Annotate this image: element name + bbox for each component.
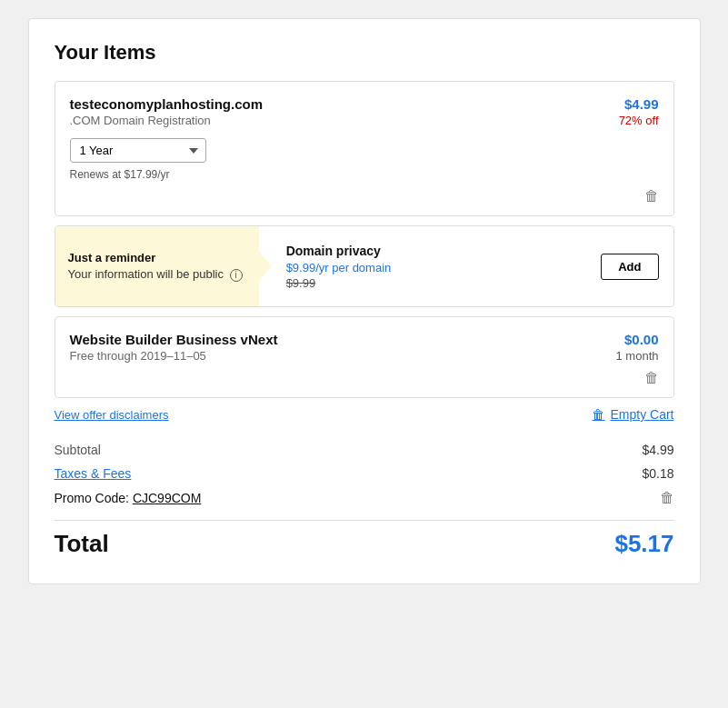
wb-name: Website Builder Business vNext — [70, 332, 278, 347]
domain-price-col: $4.99 72% off — [619, 96, 659, 127]
promo-delete-icon[interactable]: 🗑 — [660, 490, 674, 506]
wb-info: Website Builder Business vNext Free thro… — [70, 332, 278, 363]
wb-price-col: $0.00 1 month — [616, 332, 659, 363]
wb-duration: 1 month — [616, 349, 659, 363]
reminder-box: Just a reminder Your information will be… — [55, 226, 259, 306]
renews-text: Renews at $17.99/yr — [70, 168, 659, 181]
domain-discount: 72% off — [619, 114, 659, 127]
add-privacy-button[interactable]: Add — [601, 254, 658, 280]
promo-row: Promo Code: CJC99COM 🗑 — [55, 485, 674, 511]
website-builder-card: Website Builder Business vNext Free thro… — [55, 316, 674, 398]
wb-delete-row: 🗑 — [70, 370, 659, 386]
promo-code: CJC99COM — [133, 491, 201, 505]
domain-type: .COM Domain Registration — [70, 114, 264, 127]
empty-cart-label: Empty Cart — [610, 407, 673, 422]
subtotal-value: $4.99 — [642, 443, 673, 457]
domain-name: testeconomyplanhosting.com — [70, 96, 264, 112]
privacy-title: Domain privacy — [286, 244, 392, 258]
total-divider — [55, 520, 674, 521]
cart-container: Your Items testeconomyplanhosting.com .C… — [28, 18, 701, 584]
taxes-fees-link[interactable]: Taxes & Fees — [55, 466, 132, 481]
domain-card: testeconomyplanhosting.com .COM Domain R… — [55, 81, 674, 216]
promo-label: Promo Code: CJC99COM — [55, 491, 202, 505]
privacy-info: Domain privacy $9.99/yr per domain $9.99 — [286, 244, 392, 290]
subtotal-row: Subtotal $4.99 — [55, 438, 674, 462]
domain-info: testeconomyplanhosting.com .COM Domain R… — [70, 96, 264, 127]
wb-sub: Free through 2019–11–05 — [70, 349, 278, 363]
wb-price: $0.00 — [616, 332, 659, 347]
total-row: Total $5.17 — [55, 530, 674, 558]
privacy-section: Domain privacy $9.99/yr per domain $9.99… — [259, 226, 673, 306]
domain-price: $4.99 — [619, 96, 659, 112]
reminder-title: Just a reminder — [68, 251, 243, 264]
page-title: Your Items — [55, 41, 674, 65]
empty-cart-trash-icon: 🗑 — [592, 407, 604, 422]
wb-card-header: Website Builder Business vNext Free thro… — [70, 332, 659, 363]
privacy-price-strike: $9.99 — [286, 276, 392, 290]
year-select[interactable]: 1 Year 2 Years 3 Years 5 Years — [70, 138, 206, 163]
view-offer-disclaimers-link[interactable]: View offer disclaimers — [55, 408, 169, 422]
domain-card-header: testeconomyplanhosting.com .COM Domain R… — [70, 96, 659, 127]
reminder-privacy-card: Just a reminder Your information will be… — [55, 225, 674, 307]
wb-delete-icon[interactable]: 🗑 — [644, 370, 659, 386]
domain-delete-icon[interactable]: 🗑 — [644, 188, 659, 204]
total-label: Total — [55, 530, 109, 558]
empty-cart-button[interactable]: 🗑 Empty Cart — [592, 407, 673, 422]
taxes-value: $0.18 — [642, 466, 673, 481]
info-icon[interactable]: i — [230, 269, 243, 282]
privacy-price-blue: $9.99/yr per domain — [286, 261, 392, 274]
total-value: $5.17 — [614, 530, 673, 558]
subtotal-label: Subtotal — [55, 443, 101, 457]
domain-delete-row: 🗑 — [70, 188, 659, 204]
reminder-text: Your information will be public i — [68, 267, 243, 282]
taxes-row: Taxes & Fees $0.18 — [55, 462, 674, 485]
footer-links: View offer disclaimers 🗑 Empty Cart — [55, 407, 674, 422]
year-select-wrapper: 1 Year 2 Years 3 Years 5 Years — [70, 138, 659, 163]
